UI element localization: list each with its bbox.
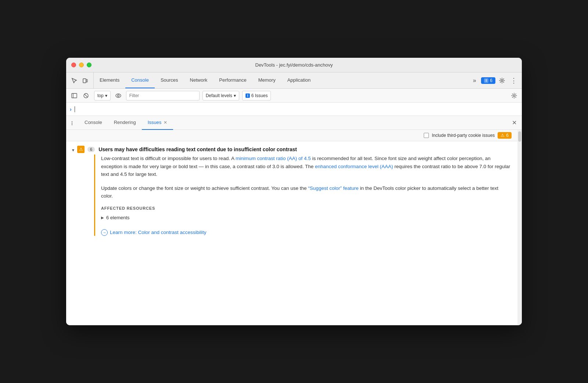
- close-drawer-icon[interactable]: ✕: [509, 118, 519, 128]
- log-level-selector[interactable]: Default levels ▾: [202, 91, 239, 100]
- issue-warning-icon: ⚠: [77, 146, 85, 153]
- issues-badge[interactable]: 6: [481, 77, 495, 84]
- sub-tab-console[interactable]: Console: [79, 116, 108, 130]
- issue-description-2: Update colors or change the font size or…: [101, 184, 512, 200]
- tab-elements[interactable]: Elements: [94, 72, 125, 88]
- learn-more-link[interactable]: → Learn more: Color and contrast accessi…: [101, 229, 512, 236]
- console-settings-icon[interactable]: [509, 91, 519, 100]
- title-bar: DevTools - jec.fyi/demo/cds-anchovy: [66, 58, 522, 72]
- console-input-row: ›: [66, 103, 522, 116]
- tab-memory[interactable]: Memory: [252, 72, 282, 88]
- suggest-color-link[interactable]: “Suggest color” feature: [308, 185, 358, 191]
- sub-tabs-bar: Console Rendering Issues ✕ ✕: [66, 116, 522, 130]
- scrollbar-thumb[interactable]: [518, 131, 521, 142]
- console-left-icons: [69, 91, 91, 101]
- eye-icon[interactable]: [114, 91, 123, 100]
- main-toolbar: Elements Console Sources Network Perform…: [66, 72, 522, 89]
- tab-network[interactable]: Network: [184, 72, 214, 88]
- toolbar-icon-group: [66, 72, 94, 88]
- window-title: DevTools - jec.fyi/demo/cds-anchovy: [255, 62, 333, 68]
- include-third-party-checkbox[interactable]: [424, 133, 429, 138]
- tab-console[interactable]: Console: [125, 72, 155, 88]
- tab-performance[interactable]: Performance: [213, 72, 252, 88]
- tab-application[interactable]: Application: [282, 72, 317, 88]
- content-wrapper: Include third-party cookie issues ⚠ 6 ▾ …: [66, 130, 522, 325]
- learn-more-circle-icon: →: [101, 229, 108, 236]
- devtools-window: DevTools - jec.fyi/demo/cds-anchovy Elem…: [66, 58, 522, 325]
- console-sidebar-icon[interactable]: [69, 91, 79, 101]
- tab-sources[interactable]: Sources: [155, 72, 184, 88]
- svg-line-7: [85, 94, 87, 97]
- main-content: Include third-party cookie issues ⚠ 6 ▾ …: [66, 130, 517, 325]
- console-prompt-icon: ›: [70, 106, 72, 112]
- svg-point-9: [117, 95, 119, 96]
- issues-content: ▾ ⚠ 6 Users may have difficulties readin…: [66, 141, 517, 325]
- filter-input[interactable]: [126, 91, 200, 100]
- contrast-ratio-link[interactable]: minimum contrast ratio (AA) of 4.5: [236, 156, 311, 161]
- inspect-element-icon[interactable]: [69, 75, 79, 86]
- clear-console-icon[interactable]: [81, 91, 91, 101]
- issue-detail: Low-contrast text is difficult or imposs…: [66, 155, 517, 245]
- issues-count-button[interactable]: 6 Issues: [242, 91, 271, 100]
- more-tabs-button[interactable]: »: [469, 75, 480, 86]
- svg-point-13: [72, 123, 72, 123]
- issue-count-badge: 6: [87, 147, 95, 152]
- elements-expander[interactable]: ▶ 6 elements: [101, 213, 512, 222]
- minimize-button[interactable]: [79, 63, 84, 67]
- elements-triangle-icon: ▶: [101, 216, 104, 220]
- affected-resources: AFFECTED RESOURCES ▶ 6 elements: [101, 206, 512, 222]
- maximize-button[interactable]: [87, 63, 92, 67]
- affected-resources-label: AFFECTED RESOURCES: [101, 206, 512, 210]
- svg-point-3: [501, 79, 503, 81]
- main-tabs: Elements Console Sources Network Perform…: [94, 72, 466, 88]
- sub-tabs-menu-icon[interactable]: [69, 118, 79, 128]
- enhanced-conformance-link[interactable]: enhanced conformance level (AAA): [315, 164, 393, 169]
- issue-header-row: ▾ ⚠ 6 Users may have difficulties readin…: [66, 141, 517, 155]
- context-selector[interactable]: top ▾: [94, 91, 111, 100]
- traffic-lights: [71, 63, 92, 67]
- svg-point-8: [116, 94, 121, 97]
- svg-rect-0: [83, 79, 86, 83]
- sub-tab-issues[interactable]: Issues ✕: [142, 116, 173, 130]
- toolbar-right: » 6 ⋮: [466, 72, 522, 88]
- console-cursor: [75, 106, 75, 112]
- issue-expand-icon[interactable]: ▾: [72, 148, 74, 153]
- console-toolbar: top ▾ Default levels ▾ 6 Issues: [66, 89, 522, 103]
- sub-tab-rendering[interactable]: Rendering: [108, 116, 142, 130]
- more-options-icon[interactable]: ⋮: [509, 75, 519, 86]
- svg-rect-1: [86, 79, 87, 82]
- issues-filter-bar: Include third-party cookie issues ⚠ 6: [66, 130, 517, 141]
- warning-issues-badge: ⚠ 6: [498, 132, 512, 139]
- settings-icon[interactable]: [497, 75, 507, 86]
- issue-title: Users may have difficulties reading text…: [98, 146, 297, 152]
- svg-point-11: [513, 95, 515, 96]
- include-third-party-label: Include third-party cookie issues: [432, 133, 495, 138]
- vertical-scrollbar[interactable]: [517, 130, 522, 325]
- close-button[interactable]: [71, 63, 76, 67]
- issue-border-container: Low-contrast text is difficult or imposs…: [94, 155, 512, 236]
- svg-point-14: [72, 124, 72, 125]
- device-toolbar-icon[interactable]: [80, 75, 90, 86]
- issue-description-1: Low-contrast text is difficult or imposs…: [101, 155, 512, 178]
- close-issues-tab-icon[interactable]: ✕: [164, 120, 167, 125]
- svg-point-12: [72, 121, 72, 122]
- svg-rect-4: [72, 93, 77, 98]
